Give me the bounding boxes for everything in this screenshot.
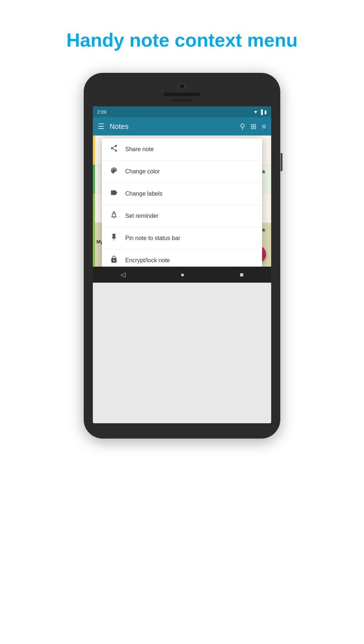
menu-label-change-labels: Change labels [125, 191, 162, 197]
menu-item-pin-note[interactable]: Pin note to status bar [102, 227, 262, 250]
label-icon [109, 189, 119, 199]
filter-icon[interactable]: ≡ [262, 122, 266, 131]
menu-label-encrypt-note: Encrypt/lock note [125, 257, 170, 264]
menu-label-pin-note: Pin note to status bar [125, 235, 180, 242]
context-menu-overlay: Share note Change color Ch [93, 136, 271, 267]
alarm-icon [109, 211, 119, 221]
wifi-icon: ▼ [253, 109, 258, 115]
status-time: 2:09 [97, 109, 106, 115]
status-bar: 2:09 ▼ ▐ ▮ [93, 106, 271, 117]
page-title: Handy note context menu [52, 29, 312, 51]
recent-button[interactable]: ■ [237, 268, 246, 282]
toolbar-title: Notes [110, 122, 235, 131]
menu-item-change-color[interactable]: Change color [102, 161, 262, 183]
menu-label-share-note: Share note [125, 146, 154, 153]
search-icon[interactable]: ⚲ [240, 122, 245, 131]
top-bezel [90, 83, 274, 106]
home-button[interactable]: ● [178, 268, 187, 282]
menu-icon[interactable]: ☰ [98, 122, 104, 131]
phone-device: 2:09 ▼ ▐ ▮ ☰ Notes ⚲ ⊞ ≡ ★ [84, 73, 280, 439]
palette-icon [109, 166, 119, 177]
phone-screen: 2:09 ▼ ▐ ▮ ☰ Notes ⚲ ⊞ ≡ ★ [93, 106, 271, 423]
menu-item-change-labels[interactable]: Change labels [102, 183, 262, 205]
menu-item-encrypt-note[interactable]: Encrypt/lock note [102, 250, 262, 267]
speaker [164, 93, 200, 96]
lock-icon [109, 255, 119, 266]
status-icons: ▼ ▐ ▮ [253, 109, 267, 115]
grid-icon[interactable]: ⊞ [250, 122, 257, 131]
menu-label-change-color: Change color [125, 168, 160, 175]
share-icon [109, 144, 119, 154]
menu-item-share-note[interactable]: Share note [102, 138, 262, 161]
context-menu: Share note Change color Ch [102, 138, 262, 267]
side-button [281, 153, 282, 171]
battery-icon: ▮ [264, 109, 267, 115]
app-toolbar: ☰ Notes ⚲ ⊞ ≡ [93, 117, 271, 136]
pin-icon [109, 233, 119, 243]
menu-label-set-reminder: Set reminder [125, 213, 159, 219]
bottom-nav: ◁ ● ■ [93, 267, 271, 283]
signal-icon: ▐ [260, 109, 263, 115]
front-camera [179, 83, 185, 90]
sensor [171, 99, 193, 102]
back-button[interactable]: ◁ [118, 268, 128, 282]
notes-background: ★ My supersecret journal ★ + [93, 136, 271, 267]
menu-item-set-reminder[interactable]: Set reminder [102, 205, 262, 227]
bottom-bezel [90, 423, 274, 430]
